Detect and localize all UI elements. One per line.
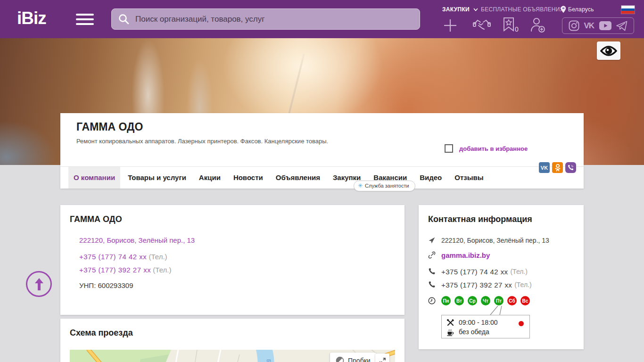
phone-type-label: (Тел.) <box>149 253 167 261</box>
views-eye-button[interactable] <box>597 41 620 60</box>
bookmarks-star-icon[interactable] <box>503 17 514 32</box>
company-subtitle: Ремонт копировальных аппаратов. Лазерных… <box>76 138 328 145</box>
nav-zakupki-label: ЗАКУПКИ <box>442 6 470 13</box>
ok-logo-icon <box>555 164 561 172</box>
unp-number: УНП: 600293309 <box>79 281 133 289</box>
search-icon <box>118 13 130 25</box>
phone-icon <box>428 268 436 275</box>
company-address-link[interactable]: 222120, Борисов, Зелёный пер., 13 <box>79 236 195 244</box>
map-card: Схема проезда <box>60 319 405 362</box>
company-title: ГАММА ОДО <box>76 121 143 133</box>
add-plus-icon[interactable] <box>443 18 457 33</box>
instagram-icon[interactable] <box>569 20 579 31</box>
phone-link[interactable]: +375 (177) 74 42 xx <box>79 253 147 261</box>
company-website-link[interactable]: gamma.ibiz.by <box>441 251 490 259</box>
contact-phone[interactable]: +375 (177) 74 42 xx <box>441 268 508 276</box>
contact-card-title: Контактная информация <box>428 214 532 224</box>
russian-flag-icon[interactable] <box>621 6 635 14</box>
top-header: iBiz ЗАКУПКИ БЕСПЛАТНЫЕ ОБЪЯВЛЕНИЯ Белар… <box>0 0 644 38</box>
traffic-button-label: Пробки <box>348 357 371 362</box>
coffee-cup-icon <box>446 328 454 336</box>
hamburger-menu-icon[interactable] <box>76 14 94 25</box>
day-thu[interactable]: Чт <box>481 296 490 305</box>
add-to-favorites[interactable]: добавить в избранное <box>445 144 528 153</box>
phone-type-label: (Тел.) <box>510 268 527 275</box>
expand-icon <box>379 357 386 362</box>
phone-link[interactable]: +375 (177) 392 27 xx <box>79 266 151 274</box>
country-selector[interactable]: Беларусь <box>568 6 594 13</box>
day-tue[interactable]: Вт <box>454 296 464 305</box>
contact-website-row: gamma.ibiz.by <box>428 251 490 259</box>
traffic-light-icon <box>336 356 344 362</box>
phone-type-label: (Тел.) <box>153 266 171 274</box>
share-ok-button[interactable] <box>552 162 563 173</box>
arrow-up-icon <box>33 277 46 291</box>
search-bar <box>111 8 420 30</box>
scroll-to-top-button[interactable] <box>26 271 52 297</box>
employment-service-badge: ✳ Служба занятости <box>354 181 415 191</box>
nav-free-ads[interactable]: БЕСПЛАТНЫЕ ОБЪЯВЛЕНИЯ <box>481 6 564 13</box>
share-buttons: VK <box>539 162 576 173</box>
contact-phone-row: +375 (177) 392 27 xx (Тел.) <box>428 281 532 289</box>
contact-phone[interactable]: +375 (177) 392 27 xx <box>441 281 512 289</box>
search-input[interactable] <box>111 8 420 30</box>
telegram-icon[interactable] <box>616 21 627 31</box>
closed-now-dot <box>519 321 524 326</box>
favorites-checkbox[interactable] <box>445 144 453 153</box>
traffic-toggle-button[interactable]: Пробки <box>330 353 376 362</box>
navigation-arrow-icon <box>428 237 436 244</box>
partnership-handshake-icon[interactable] <box>473 18 491 32</box>
working-days-row: Пн Вт Ср Чт Пт Сб Вс <box>428 296 530 305</box>
nav-zakupki[interactable]: ЗАКУПКИ <box>442 6 478 13</box>
day-sun[interactable]: Вс <box>520 296 530 305</box>
phone-type-label: (Тел.) <box>514 281 531 288</box>
snowflake-icon: ✳ <box>358 182 363 189</box>
youtube-icon[interactable] <box>599 21 612 31</box>
share-viber-button[interactable] <box>565 162 576 173</box>
viber-phone-icon <box>568 165 574 171</box>
chevron-down-icon <box>473 8 478 11</box>
tab-o-kompanii[interactable]: О компании <box>68 167 120 189</box>
day-mon[interactable]: Пн <box>441 296 451 305</box>
phone-row: +375 (177) 392 27 xx (Тел.) <box>79 266 171 274</box>
day-fri[interactable]: Пт <box>494 296 504 305</box>
social-links-box: VK <box>562 17 634 34</box>
company-tabs: О компании Товары и услуги Акции Новости… <box>60 166 584 189</box>
company-info-card: ГАММА ОДО 222120, Борисов, Зелёный пер.,… <box>60 205 405 315</box>
tab-akcii[interactable]: Акции <box>194 167 226 189</box>
location-pin-icon <box>561 6 566 13</box>
tab-otzyvy[interactable]: Отзывы <box>449 167 488 189</box>
eye-icon <box>600 45 617 57</box>
contact-address-row: 222120, Борисов, Зелёный пер., 13 <box>428 237 549 244</box>
vk-icon[interactable]: VK <box>584 21 594 31</box>
phone-icon <box>428 281 436 288</box>
tab-obyavleniya[interactable]: Объявления <box>271 167 325 189</box>
bookmarks-count: 0 <box>515 25 519 33</box>
tools-icon <box>446 319 454 327</box>
tab-novosti[interactable]: Новости <box>228 167 268 189</box>
day-wed[interactable]: Ср <box>468 296 477 305</box>
tab-tovary-i-uslugi[interactable]: Товары и услуги <box>123 167 191 189</box>
working-hours-tooltip: 09:00 - 18:00 без обеда <box>441 315 530 338</box>
share-vk-button[interactable]: VK <box>539 162 550 173</box>
day-sat[interactable]: Сб <box>507 296 517 305</box>
tab-video[interactable]: Видео <box>414 167 447 189</box>
hours-row: 09:00 - 18:00 <box>446 318 525 327</box>
lunch-value: без обеда <box>459 328 489 336</box>
contact-address: 222120, Борисов, Зелёный пер., 13 <box>441 237 549 244</box>
page: iBiz ЗАКУПКИ БЕСПЛАТНЫЕ ОБЪЯВЛЕНИЯ Белар… <box>0 0 644 362</box>
contact-phone-row: +375 (177) 74 42 xx (Тел.) <box>428 268 528 276</box>
site-logo[interactable]: iBiz <box>17 8 46 28</box>
info-card-title: ГАММА ОДО <box>70 214 122 224</box>
favorites-label: добавить в избранное <box>459 145 528 152</box>
map-expand-button[interactable] <box>375 354 389 362</box>
vk-logo-icon: VK <box>541 165 548 171</box>
clock-icon <box>428 297 436 304</box>
employment-service-label: Служба занятости <box>365 183 409 189</box>
phone-row: +375 (177) 74 42 xx (Тел.) <box>79 253 167 261</box>
register-user-icon[interactable] <box>529 17 545 33</box>
working-days: Пн Вт Ср Чт Пт Сб Вс <box>441 296 530 305</box>
river-label: Березина <box>266 359 272 362</box>
lunch-row: без обеда <box>446 327 525 337</box>
map-section-title: Схема проезда <box>70 328 133 338</box>
